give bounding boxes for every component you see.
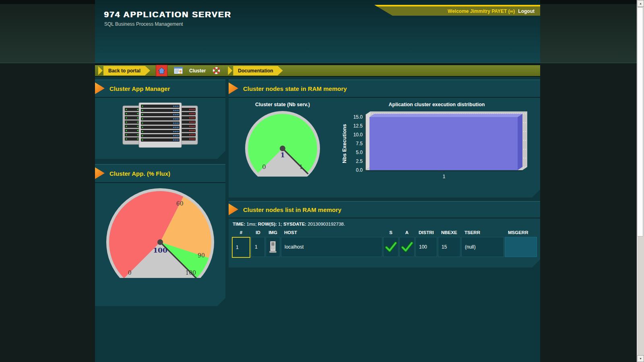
nodes-table[interactable]: # ID IMG HOST S A DISTRI NBEXE TSERR MSG… [232,229,537,258]
col-tserr: TSERR [461,229,504,236]
panel-cluster-app-flux: Cluster App. (% Flux) 06090100100 [95,164,225,306]
svg-text:2.5: 2.5 [356,158,363,164]
panel-header: Cluster nodes state in RAM memory [229,80,540,98]
svg-text:90: 90 [198,252,205,259]
panel-nodes-state: Cluster nodes state in RAM memory Cluste… [229,80,540,197]
page-header: 974 APPLICATION SERVER SQL Business Proc… [95,0,540,63]
flux-gauge-chart: 06090100100 [95,186,225,278]
session-banner: Welcome Jimmitry PAYET (∞) Logout [374,5,540,16]
nav-documentation[interactable]: Documentation [233,66,283,76]
panel-title: Cluster App Manager [109,85,170,92]
cell-nbexe: 15 [438,237,460,257]
cell-id: 1 [251,237,265,257]
app-subtitle: SQL Business Process Management [104,21,183,27]
bar-chart-block: Aplication cluster execution distributio… [333,98,540,182]
svg-text:12.5: 12.5 [353,123,363,129]
svg-text:0: 0 [128,269,132,276]
chevron-tip [98,66,103,75]
cell-distri: 100 [415,237,437,257]
green-check-icon [400,242,413,252]
col-s: S [383,229,398,236]
chart-title: Aplication cluster execution distributio… [389,102,485,107]
stat-rows-value: 1; [278,222,282,226]
state-gauge-block: Cluster state (Nb serv.) 011 [234,98,331,178]
svg-text:1: 1 [280,151,285,159]
content-column: 974 APPLICATION SERVER SQL Business Proc… [95,0,540,362]
cell-s-status [383,237,398,257]
panel-header: Cluster App. (% Flux) [95,165,225,183]
green-check-icon [384,242,397,252]
cell-img [266,237,280,257]
svg-text:5.0: 5.0 [356,150,363,155]
svg-text:Nbs Executions: Nbs Executions [341,124,347,163]
welcome-text: Welcome Jimmitry PAYET (∞) [448,8,515,14]
scroll-up-button[interactable]: ▲ [637,0,644,7]
panel-title: Cluster App. (% Flux) [109,170,170,177]
col-nbexe: NBEXE [438,229,460,236]
app-logo: 974 APPLICATION SERVER [104,10,231,19]
execution-bar-chart: 0.02.55.07.510.012.515.01Nbs Executions [341,109,533,182]
state-gauge-chart: 011 [244,108,321,178]
cell-tserr: (null) [461,237,504,257]
col-msgerr: MSGERR [505,229,537,236]
svg-text:0: 0 [262,163,266,171]
stat-sysdate-value: 20130903192738. [308,222,345,226]
scrollbar[interactable]: ▲ ▼ [637,0,644,362]
home-icon [158,67,165,74]
panel-cluster-app-manager: Cluster App Manager [95,80,225,159]
query-stats: TIME: 1ms; ROW(S): 1; SYSDATE: 201309031… [233,222,540,226]
panel-nodes-list: Cluster nodes list in RAM memory TIME: 1… [229,201,540,267]
nav-report-button[interactable] [174,67,183,75]
nav-home-button[interactable] [156,65,167,76]
stat-sysdate-label: SYSDATE: [283,222,306,226]
col-host: HOST [281,229,382,236]
cell-host: localhost [281,237,382,257]
stat-time-label: TIME: [233,222,245,226]
nav-help-button[interactable] [212,66,221,75]
col-a: A [399,229,415,236]
nav-cluster-item[interactable]: Cluster [189,68,206,74]
nav-back-to-portal[interactable]: Back to portal [103,66,150,76]
server-rack-image [95,103,225,148]
main-navbar: Back to portal Cluster [95,65,540,77]
host-computer-icon [269,241,277,253]
scroll-down-button[interactable]: ▼ [637,355,644,362]
cell-num: 1 [232,237,250,258]
svg-text:60: 60 [176,200,184,207]
cell-a-status [399,237,415,257]
application-window: 974 APPLICATION SERVER SQL Business Proc… [0,0,644,362]
chart-title: Cluster state (Nb serv.) [255,102,310,107]
svg-text:100: 100 [153,246,167,254]
logout-link[interactable]: Logout [518,8,535,14]
svg-text:0.0: 0.0 [356,167,363,173]
panel-title: Cluster nodes state in RAM memory [243,85,347,92]
panel-arrow-icon [229,204,238,215]
col-img: IMG [266,229,280,236]
col-num: # [232,229,250,236]
report-icon [174,67,183,75]
panel-arrow-icon [95,82,105,94]
stat-rows-label: ROW(S): [258,222,277,226]
col-id: ID [251,229,265,236]
svg-text:7.5: 7.5 [356,141,363,146]
col-distri: DISTRI [415,229,437,236]
panel-arrow-icon [95,167,105,179]
cell-msgerr [505,237,537,257]
svg-text:15.0: 15.0 [353,114,363,120]
stat-time-value: 1ms; [247,222,257,226]
life-ring-icon [212,66,221,75]
panel-header: Cluster App Manager [95,80,225,98]
panel-arrow-icon [229,82,238,94]
charts-row: Cluster state (Nb serv.) 011 Aplication … [229,98,540,182]
panel-header: Cluster nodes list in RAM memory [229,202,540,218]
scroll-thumb[interactable] [637,7,643,237]
header-divider [0,63,644,63]
svg-text:10.0: 10.0 [353,132,363,138]
panel-title: Cluster nodes list in RAM memory [243,206,341,213]
svg-text:1: 1 [443,174,446,179]
chevron-tip [228,66,232,75]
